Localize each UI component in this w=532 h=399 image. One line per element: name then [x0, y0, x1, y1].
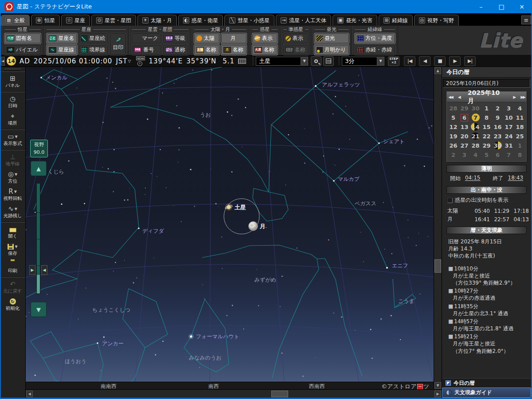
calendar-day[interactable]: 5: [448, 113, 459, 122]
target-combobox[interactable]: 土星 ▼: [256, 57, 308, 66]
sidebar-item-open[interactable]: 開く: [0, 224, 25, 241]
calendar-day[interactable]: 30: [492, 141, 503, 150]
calendar-day[interactable]: 6: [459, 113, 470, 122]
tab-fov[interactable]: ◎視野・写野: [414, 15, 459, 26]
calendar-day[interactable]: 10: [503, 113, 514, 122]
calendar-day[interactable]: 2: [448, 150, 459, 160]
ribbon-button-mark[interactable]: マーク: [132, 33, 161, 43]
sidebar-item-undo[interactable]: ↶元に戻す: [0, 279, 25, 296]
scroll-down-button[interactable]: ▼: [434, 382, 441, 389]
calendar-day[interactable]: 29: [459, 104, 470, 113]
calendar-day[interactable]: 19: [448, 132, 459, 141]
sidebar-item-horizon[interactable]: ⊥地平線: [0, 152, 25, 169]
sidebar-item-reset[interactable]: ↻初期化: [0, 296, 25, 313]
dropdown-arrow-icon[interactable]: ▼: [301, 57, 308, 65]
step-back-button[interactable]: ◀: [419, 56, 430, 66]
sidebar-item-location[interactable]: ⌖場所: [0, 111, 25, 128]
sidebar-item-fov-rotate[interactable]: R▼視野回転: [0, 186, 25, 203]
skip-forward-button[interactable]: ▶|: [464, 56, 476, 66]
maximize-button[interactable]: □: [491, 0, 512, 13]
calendar-day[interactable]: 15: [481, 122, 492, 132]
planet-riseset-option[interactable]: 惑星の出没時刻を表示: [442, 195, 531, 205]
ribbon-button-landmark[interactable]: ↝目印: [110, 33, 126, 55]
sidebar-item-print[interactable]: 印刷: [0, 258, 25, 276]
sidebar-item-save[interactable]: ▼保存: [0, 241, 25, 258]
timezone-label[interactable]: JST: [116, 57, 127, 65]
calendar-day[interactable]: 26: [448, 141, 459, 150]
calendar-day[interactable]: 7: [470, 113, 481, 122]
calendar-day[interactable]: 1: [481, 104, 492, 113]
ribbon-button-moon[interactable]: 月: [221, 33, 246, 43]
calendar-day[interactable]: 29: [481, 141, 492, 150]
ribbon-button-proper-name[interactable]: ペガ固有名: [4, 33, 41, 43]
longitude-value[interactable]: 139°44'E: [149, 57, 183, 65]
ribbon-button-sun-label[interactable]: 太陽名称: [194, 45, 219, 55]
tab-stars[interactable]: ⊕恒星: [31, 15, 60, 26]
sidebar-item-datetime[interactable]: ◷日時: [0, 94, 25, 111]
calendar-day[interactable]: 4: [514, 104, 525, 113]
twilight-end-time[interactable]: 18:43: [508, 175, 524, 182]
panel-tab-phenomena-guide[interactable]: 天文現象ガイド: [442, 387, 531, 398]
calendar-day[interactable]: 7: [503, 150, 514, 160]
sky-canvas[interactable]: メンカルアルフェラッツうおシェアトくじらマルカブペガスス土星月ディフダエニフみず…: [26, 67, 434, 382]
tab-sun-moon[interactable]: ☀太陽・月: [137, 15, 177, 26]
calendar-day[interactable]: 4: [470, 150, 481, 160]
calendar-day[interactable]: 22: [481, 132, 492, 141]
calendar-day[interactable]: 17: [503, 122, 514, 132]
calendar-day[interactable]: 2: [492, 104, 503, 113]
next-year-button[interactable]: ▶▶: [519, 95, 526, 99]
tab-gridlines[interactable]: ⊞経緯線: [379, 15, 413, 26]
ribbon-button-const-art[interactable]: 星座絵: [79, 33, 108, 43]
calendar-day[interactable]: 30: [470, 104, 481, 113]
step-forward-button[interactable]: ▶: [449, 56, 461, 66]
tab-comets[interactable]: ╲彗星・小惑星: [224, 15, 274, 26]
stop-button[interactable]: ■: [434, 56, 446, 66]
object-list-button[interactable]: [323, 56, 334, 66]
calendar-day[interactable]: 3: [503, 104, 514, 113]
calendar-day[interactable]: 8: [514, 150, 525, 160]
calendar-day[interactable]: 11: [514, 113, 525, 122]
toolbar-grip[interactable]: [4, 69, 21, 70]
era-label[interactable]: AD: [20, 57, 30, 65]
timezone-caret-icon[interactable]: ▽: [128, 59, 131, 63]
sidebar-item-display-mode[interactable]: ▭▼表示形式: [0, 131, 25, 149]
calendar-day[interactable]: 18: [514, 122, 525, 132]
search-button[interactable]: [311, 56, 321, 66]
ribbon-button-azimuth-altitude[interactable]: 方位・高度: [355, 33, 395, 43]
scroll-up-button[interactable]: ▲: [434, 67, 441, 74]
tab-meteors[interactable]: ⇝流星・人工天体: [276, 15, 331, 26]
ribbon-button-moonlight[interactable]: 月明かり: [314, 45, 349, 55]
moon-icon[interactable]: [249, 222, 258, 231]
zoom-in-button[interactable]: ▲: [31, 161, 47, 176]
ribbon-button-sun[interactable]: 太陽: [194, 33, 219, 43]
calendar-day[interactable]: 25: [514, 132, 525, 141]
step-interval-combobox[interactable]: 3分 ▼: [342, 57, 384, 66]
fov-slider-handle-right[interactable]: ◀: [41, 265, 47, 275]
calendar-day[interactable]: 28: [448, 104, 459, 113]
calendar-day[interactable]: 9: [492, 113, 503, 122]
fov-slider-handle-left[interactable]: ▶: [29, 265, 35, 275]
tab-daylight[interactable]: ▣昼光・光害: [332, 15, 377, 26]
ribbon-button-daylight[interactable]: 昼光: [314, 33, 349, 43]
calendar-day[interactable]: 31: [503, 141, 514, 150]
ribbon-button-common-name[interactable]: ばら通称: [163, 45, 188, 55]
calendar-day[interactable]: 24: [503, 132, 514, 141]
step-x2-button[interactable]: STEP ×2: [388, 56, 399, 66]
saturn-icon[interactable]: [225, 203, 233, 211]
ribbon-button-ra-dec[interactable]: 赤経・赤緯: [355, 45, 395, 55]
skip-back-button[interactable]: |◀: [404, 56, 415, 66]
calendar-day[interactable]: 28: [470, 141, 481, 150]
latitude-value[interactable]: 35°39'N: [186, 57, 216, 65]
sidebar-item-light-trail[interactable]: ∿▼光跡残し: [0, 203, 25, 221]
fov-slider[interactable]: [36, 183, 40, 294]
star-chart[interactable]: メンカルアルフェラッツうおシェアトくじらマルカブペガスス土星月ディフダエニフみず…: [26, 67, 434, 398]
prev-year-button[interactable]: ◀◀: [447, 95, 454, 99]
keyboard-icon[interactable]: [238, 59, 246, 64]
calendar-day[interactable]: 16: [492, 122, 503, 132]
calendar-day[interactable]: 27: [459, 141, 470, 150]
now-clock-icon[interactable]: NOW: [136, 57, 145, 65]
close-button[interactable]: ×: [512, 0, 532, 13]
menu-button[interactable]: ≡: [521, 16, 531, 24]
ribbon-button-planet-name[interactable]: 火星名称: [252, 45, 278, 55]
calendar-day[interactable]: 8: [481, 113, 492, 122]
